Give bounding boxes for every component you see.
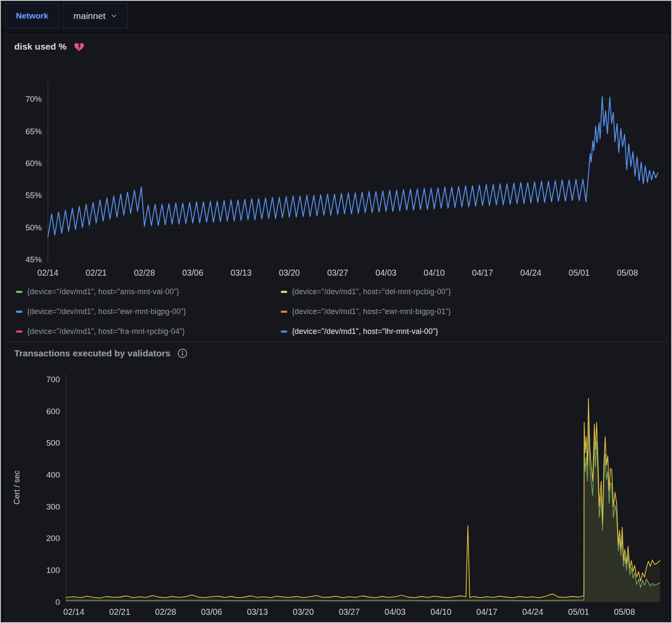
- y-tick-label: 100: [46, 566, 60, 575]
- legend-item[interactable]: {device="/dev/md1", host="ewr-mnt-bigpg-…: [281, 305, 659, 318]
- panel-disk-used: disk used % 45%50%55%60%65%70%02/1402/21…: [5, 35, 669, 342]
- x-tick-label: 04/03: [375, 268, 396, 277]
- legend-swatch: [281, 330, 287, 333]
- series-line: [48, 97, 658, 237]
- x-tick-label: 04/24: [522, 607, 543, 617]
- legend-swatch: [281, 291, 287, 293]
- x-tick-label: 02/14: [38, 268, 59, 277]
- x-tick-label: 03/20: [293, 607, 314, 617]
- variable-value-text: mainnet: [73, 11, 106, 21]
- legend-item[interactable]: {device="/dev/md1", host="fra-mnt-rpcbig…: [16, 325, 281, 338]
- y-tick-label: 600: [46, 407, 60, 416]
- legend-swatch: [281, 311, 287, 313]
- y-tick-label: 400: [46, 470, 60, 479]
- x-tick-label: 03/27: [327, 268, 348, 277]
- x-tick-label: 03/20: [279, 268, 300, 277]
- legend-label: {device="/dev/md1", host="ewr-mnt-bigpg-…: [292, 307, 451, 316]
- x-tick-label: 03/06: [182, 268, 203, 277]
- x-tick-label: 02/21: [109, 607, 130, 617]
- x-tick-label: 02/28: [155, 607, 176, 617]
- x-tick-label: 05/08: [617, 268, 638, 277]
- x-tick-label: 03/13: [247, 607, 268, 617]
- toolbar: Network mainnet: [5, 3, 128, 28]
- x-tick-label: 03/06: [201, 607, 222, 617]
- legend-swatch: [16, 330, 22, 333]
- legend-item[interactable]: {device="/dev/md1", host="ewr-mnt-bigpg-…: [16, 305, 281, 318]
- series-area: [66, 399, 660, 602]
- grafana-dashboard: Network mainnet disk used % 45%50%55%60%…: [0, 0, 672, 623]
- x-tick-label: 04/10: [430, 607, 452, 617]
- x-tick-label: 02/14: [63, 607, 85, 617]
- series-line: [66, 422, 660, 601]
- y-tick-label: 50%: [25, 223, 42, 232]
- x-tick-label: 05/08: [614, 607, 635, 617]
- legend-label: {device="/dev/md1", host="ams-mnt-val-00…: [27, 287, 179, 296]
- y-tick-label: 300: [46, 502, 60, 511]
- legend-item[interactable]: {device="/dev/md1", host="del-mnt-rpcbig…: [281, 285, 659, 299]
- disk-chart-legend: {device="/dev/md1", host="ams-mnt-val-00…: [16, 285, 659, 338]
- x-tick-label: 04/24: [520, 268, 541, 277]
- y-tick-label: 0: [55, 598, 60, 607]
- y-tick-label: 45%: [25, 255, 42, 264]
- y-tick-label: 700: [46, 375, 60, 384]
- y-tick-label: 55%: [25, 191, 42, 200]
- x-tick-label: 04/10: [424, 268, 445, 277]
- x-tick-label: 02/21: [86, 268, 107, 277]
- transactions-chart[interactable]: 010020030040050060070002/1402/2102/2803/…: [6, 342, 668, 622]
- legend-swatch: [16, 311, 22, 313]
- series-area: [66, 422, 660, 602]
- disk-used-chart[interactable]: 45%50%55%60%65%70%02/1402/2102/2803/0603…: [6, 35, 668, 283]
- x-tick-label: 04/17: [476, 607, 497, 617]
- x-tick-label: 03/27: [339, 607, 360, 617]
- y-tick-label: 70%: [25, 94, 42, 104]
- x-tick-label: 03/13: [230, 268, 251, 277]
- x-tick-label: 04/17: [472, 268, 493, 277]
- y-tick-label: 60%: [25, 159, 42, 168]
- legend-label: {device="/dev/md1", host="fra-mnt-rpcbig…: [27, 327, 185, 336]
- x-tick-label: 04/03: [385, 607, 406, 617]
- y-tick-label: 500: [46, 438, 60, 447]
- legend-swatch: [16, 291, 22, 293]
- legend-item[interactable]: {device="/dev/md1", host="ams-mnt-val-00…: [16, 285, 281, 299]
- x-tick-label: 05/01: [568, 268, 590, 277]
- x-tick-label: 02/28: [134, 268, 155, 277]
- legend-label: {device="/dev/md1", host="ewr-mnt-bigpg-…: [27, 307, 186, 316]
- legend-label: {device="/dev/md1", host="lhr-mnt-val-00…: [292, 327, 438, 336]
- y-tick-label: 200: [46, 534, 60, 543]
- chevron-down-icon: [111, 13, 117, 19]
- x-tick-label: 05/01: [568, 607, 589, 617]
- y-axis-title: Cert / sec: [12, 470, 21, 504]
- variable-label-network: Network: [5, 3, 59, 28]
- y-tick-label: 65%: [25, 127, 42, 136]
- series-line: [66, 399, 660, 598]
- variable-select-network[interactable]: mainnet: [63, 3, 128, 28]
- legend-label: {device="/dev/md1", host="del-mnt-rpcbig…: [292, 287, 451, 296]
- legend-item[interactable]: {device="/dev/md1", host="lhr-mnt-val-00…: [281, 325, 659, 338]
- variable-label-text: Network: [16, 11, 48, 21]
- panel-transactions: Transactions executed by validators 0100…: [5, 342, 669, 622]
